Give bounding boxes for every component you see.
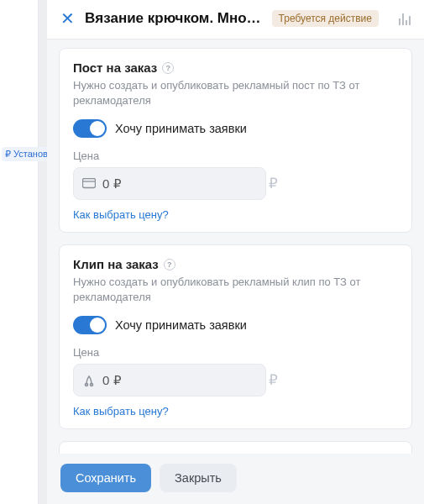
clip-title-row: Клип на заказ ? xyxy=(73,257,398,271)
clip-price-help-link[interactable]: Как выбрать цену? xyxy=(73,405,169,417)
dialog-header: ✕ Вязание крючком. Множество ... Требует… xyxy=(47,0,424,39)
background-sidebar: ₽ Установ xyxy=(0,0,39,504)
ruble-icon: ₽ xyxy=(269,371,278,389)
post-card: Пост на заказ ? Нужно создать и опублико… xyxy=(59,48,412,233)
save-button[interactable]: Сохранить xyxy=(60,464,151,492)
post-price-help-link[interactable]: Как выбрать цену? xyxy=(73,208,169,221)
clip-toggle[interactable] xyxy=(73,316,107,334)
clip-toggle-row: Хочу принимать заявки xyxy=(73,316,398,334)
clip-desc: Нужно создать и опубликовать рекламный к… xyxy=(73,275,398,304)
post-desc: Нужно создать и опубликовать рекламный п… xyxy=(73,78,398,108)
clip-icon xyxy=(82,374,96,387)
post-toggle[interactable] xyxy=(73,119,107,138)
dialog-scroll[interactable]: Пост на заказ ? Нужно создать и опублико… xyxy=(47,39,424,454)
ruble-icon: ₽ xyxy=(269,175,278,192)
bg-install-chip: ₽ Установ xyxy=(2,147,51,161)
dialog-title: Вязание крючком. Множество ... xyxy=(85,10,262,27)
post-price-input[interactable]: ₽ xyxy=(73,167,266,200)
info-icon[interactable]: ? xyxy=(164,259,175,270)
status-badge: Требуется действие xyxy=(272,10,379,27)
close-button[interactable]: Закрыть xyxy=(160,464,237,492)
clip-price-field[interactable] xyxy=(102,373,262,387)
card-icon xyxy=(82,178,96,190)
post-title: Пост на заказ xyxy=(73,60,157,75)
post-toggle-label: Хочу принимать заявки xyxy=(115,122,247,135)
info-icon[interactable]: ? xyxy=(162,62,174,74)
clip-price-input[interactable]: ₽ xyxy=(73,364,266,396)
contact-card: Контакт для связи ? Кому может написать … xyxy=(59,441,412,454)
close-icon[interactable]: ✕ xyxy=(60,10,75,27)
svg-rect-0 xyxy=(83,178,96,187)
post-toggle-row: Хочу принимать заявки xyxy=(73,119,398,138)
clip-title: Клип на заказ xyxy=(73,257,159,271)
stats-icon[interactable] xyxy=(399,12,411,25)
settings-dialog: ✕ Вязание крючком. Множество ... Требует… xyxy=(47,0,424,504)
post-price-field[interactable] xyxy=(102,176,262,191)
post-title-row: Пост на заказ ? xyxy=(73,60,398,75)
post-price-label: Цена xyxy=(73,150,398,162)
dialog-footer: Сохранить Закрыть xyxy=(47,454,424,504)
clip-toggle-label: Хочу принимать заявки xyxy=(115,318,247,332)
clip-card: Клип на заказ ? Нужно создать и опублико… xyxy=(59,244,412,429)
clip-price-label: Цена xyxy=(73,346,398,359)
